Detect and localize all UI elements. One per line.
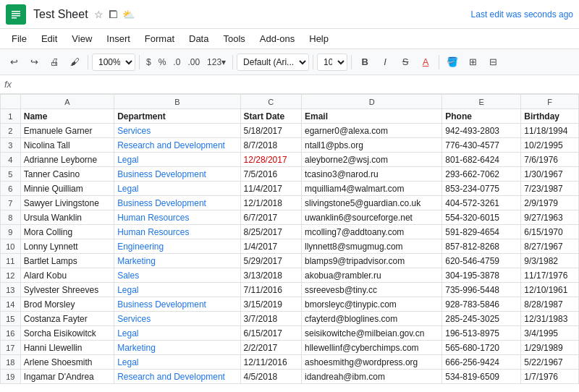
cell-d13[interactable]: ssreevesb@tiny.cc — [301, 283, 441, 297]
menu-format[interactable]: Format — [139, 32, 180, 46]
cell-f18[interactable]: 5/22/1967 — [521, 355, 579, 370]
cell-d19[interactable]: idandreah@ibm.com — [301, 370, 441, 384]
cell-b18[interactable]: Legal — [114, 355, 240, 370]
decimal-decrease-button[interactable]: .0 — [170, 57, 183, 67]
cell-b1[interactable]: Department — [114, 109, 240, 124]
cell-b14[interactable]: Business Development — [114, 297, 240, 312]
cell-a1[interactable]: Name — [20, 109, 114, 124]
percent-button[interactable]: % — [156, 57, 169, 67]
cell-d16[interactable]: seisikowitche@milbeian.gov.cn — [301, 326, 441, 341]
cell-e17[interactable]: 565-680-1720 — [442, 341, 521, 355]
cell-f16[interactable]: 3/4/1995 — [521, 326, 579, 341]
cell-c3[interactable]: 8/7/2018 — [240, 138, 301, 153]
font-color-button[interactable]: A — [416, 53, 435, 72]
cell-b16[interactable]: Legal — [114, 326, 240, 341]
menu-edit[interactable]: Edit — [35, 32, 63, 46]
cloud-icon[interactable]: ⛅ — [122, 9, 135, 20]
cell-d12[interactable]: akobua@rambler.ru — [301, 268, 441, 283]
cell-d4[interactable]: aleyborne2@wsj.com — [301, 153, 441, 167]
cell-f8[interactable]: 9/27/1963 — [521, 210, 579, 225]
borders-button[interactable]: ⊞ — [463, 53, 482, 72]
cell-c2[interactable]: 5/18/2017 — [240, 124, 301, 138]
cell-d1[interactable]: Email — [301, 109, 441, 124]
cell-f3[interactable]: 10/2/1995 — [521, 138, 579, 153]
cell-b15[interactable]: Services — [114, 312, 240, 326]
cell-d15[interactable]: cfayterd@bloglines.com — [301, 312, 441, 326]
cell-e3[interactable]: 776-430-4577 — [442, 138, 521, 153]
cell-e8[interactable]: 554-320-6015 — [442, 210, 521, 225]
menu-view[interactable]: View — [66, 32, 98, 46]
cell-b4[interactable]: Legal — [114, 153, 240, 167]
cell-d11[interactable]: blamps9@tripadvisor.com — [301, 254, 441, 268]
cell-e2[interactable]: 942-493-2803 — [442, 124, 521, 138]
cell-b13[interactable]: Legal — [114, 283, 240, 297]
col-header-e[interactable]: E — [442, 95, 521, 109]
col-header-d[interactable]: D — [301, 95, 441, 109]
cell-d10[interactable]: llynnett8@smugmug.com — [301, 239, 441, 254]
cell-f19[interactable]: 1/7/1976 — [521, 370, 579, 384]
cell-d3[interactable]: ntall1@pbs.org — [301, 138, 441, 153]
cell-a5[interactable]: Tanner Casino — [20, 167, 114, 182]
cell-b12[interactable]: Sales — [114, 268, 240, 283]
cell-c5[interactable]: 7/5/2016 — [240, 167, 301, 182]
menu-help[interactable]: Help — [303, 32, 334, 46]
cell-e11[interactable]: 620-546-4759 — [442, 254, 521, 268]
cell-d9[interactable]: mcolling7@addtoany.com — [301, 225, 441, 239]
bold-button[interactable]: B — [355, 53, 374, 72]
cell-c14[interactable]: 3/15/2019 — [240, 297, 301, 312]
cell-f5[interactable]: 1/30/1967 — [521, 167, 579, 182]
cell-e12[interactable]: 304-195-3878 — [442, 268, 521, 283]
undo-button[interactable]: ↩ — [4, 53, 23, 72]
cell-a9[interactable]: Mora Colling — [20, 225, 114, 239]
cell-c11[interactable]: 5/29/2017 — [240, 254, 301, 268]
cell-d6[interactable]: mquilliam4@walmart.com — [301, 182, 441, 196]
cell-f6[interactable]: 7/23/1987 — [521, 182, 579, 196]
cell-c19[interactable]: 4/5/2018 — [240, 370, 301, 384]
menu-insert[interactable]: Insert — [101, 32, 136, 46]
cell-d7[interactable]: slivingstone5@guardian.co.uk — [301, 196, 441, 210]
cell-e6[interactable]: 853-234-0775 — [442, 182, 521, 196]
cell-a16[interactable]: Sorcha Eisikowitck — [20, 326, 114, 341]
currency-button[interactable]: $ — [143, 57, 154, 67]
cell-b3[interactable]: Research and Development — [114, 138, 240, 153]
cell-c18[interactable]: 12/11/2016 — [240, 355, 301, 370]
cell-b11[interactable]: Marketing — [114, 254, 240, 268]
cell-b6[interactable]: Legal — [114, 182, 240, 196]
col-header-a[interactable]: A — [20, 95, 114, 109]
cell-d14[interactable]: bmorsleyc@tinypic.com — [301, 297, 441, 312]
cell-c8[interactable]: 6/7/2017 — [240, 210, 301, 225]
cell-d17[interactable]: hllewellinf@cyberchimps.com — [301, 341, 441, 355]
star-icon[interactable]: ☆ — [94, 9, 103, 20]
cell-a17[interactable]: Hanni Llewellin — [20, 341, 114, 355]
cell-f11[interactable]: 9/3/1982 — [521, 254, 579, 268]
cell-a14[interactable]: Brod Morsley — [20, 297, 114, 312]
cell-f7[interactable]: 2/9/1979 — [521, 196, 579, 210]
cell-a6[interactable]: Minnie Quilliam — [20, 182, 114, 196]
redo-button[interactable]: ↪ — [25, 53, 43, 72]
cell-b2[interactable]: Services — [114, 124, 240, 138]
font-size-select[interactable]: 10 — [317, 54, 347, 71]
cell-c4[interactable]: 12/28/2017 — [240, 153, 301, 167]
format-number-button[interactable]: 123▾ — [204, 57, 229, 67]
cell-e7[interactable]: 404-572-3261 — [442, 196, 521, 210]
cell-e16[interactable]: 196-513-8975 — [442, 326, 521, 341]
menu-data[interactable]: Data — [183, 32, 214, 46]
cell-c17[interactable]: 2/2/2017 — [240, 341, 301, 355]
cell-b17[interactable]: Marketing — [114, 341, 240, 355]
cell-f13[interactable]: 12/10/1961 — [521, 283, 579, 297]
cell-e14[interactable]: 928-783-5846 — [442, 297, 521, 312]
cell-a18[interactable]: Arlene Shoesmith — [20, 355, 114, 370]
cell-c15[interactable]: 3/7/2018 — [240, 312, 301, 326]
cell-b8[interactable]: Human Resources — [114, 210, 240, 225]
cell-a11[interactable]: Bartlet Lamps — [20, 254, 114, 268]
zoom-select[interactable]: 100% — [92, 54, 135, 71]
cell-f17[interactable]: 1/29/1989 — [521, 341, 579, 355]
merge-cells-button[interactable]: ⊟ — [483, 53, 502, 72]
cell-f2[interactable]: 11/18/1994 — [521, 124, 579, 138]
cell-e18[interactable]: 666-256-9424 — [442, 355, 521, 370]
cell-e5[interactable]: 293-662-7062 — [442, 167, 521, 182]
folder-icon[interactable]: ⧠ — [108, 9, 118, 20]
cell-c10[interactable]: 1/4/2017 — [240, 239, 301, 254]
cell-c13[interactable]: 7/11/2016 — [240, 283, 301, 297]
cell-c12[interactable]: 3/13/2018 — [240, 268, 301, 283]
